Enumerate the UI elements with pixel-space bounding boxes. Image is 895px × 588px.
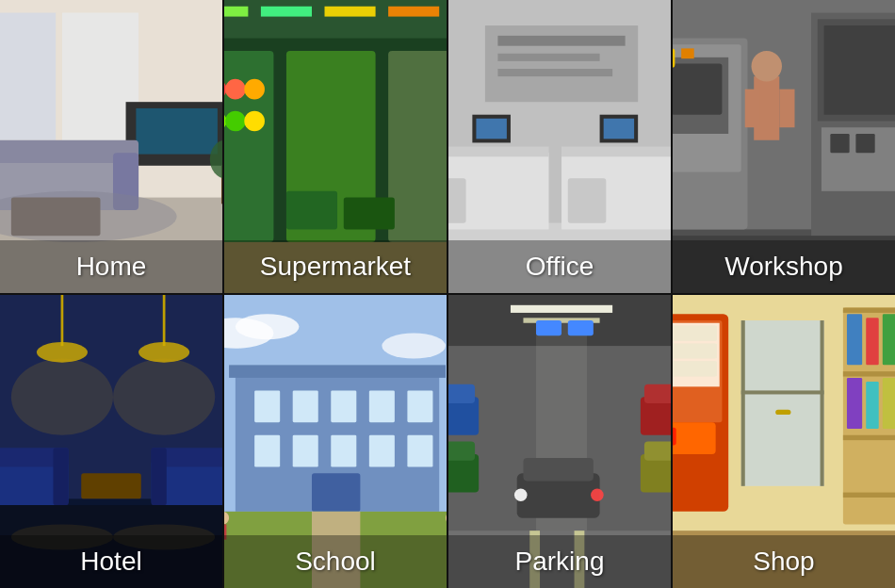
workshop-label: Workshop <box>673 240 895 293</box>
svg-rect-128 <box>644 384 671 403</box>
svg-rect-49 <box>568 178 607 222</box>
svg-rect-60 <box>824 25 895 115</box>
svg-rect-57 <box>681 48 694 58</box>
svg-rect-140 <box>741 320 745 486</box>
svg-rect-103 <box>369 435 395 467</box>
svg-rect-67 <box>779 90 794 128</box>
cell-office[interactable]: Office <box>448 0 671 293</box>
svg-rect-18 <box>261 7 312 17</box>
svg-rect-17 <box>224 7 248 17</box>
svg-point-93 <box>382 334 446 359</box>
svg-rect-98 <box>369 390 395 422</box>
svg-rect-20 <box>388 7 439 17</box>
svg-rect-126 <box>448 442 475 461</box>
svg-rect-16 <box>224 0 447 39</box>
svg-rect-47 <box>604 119 634 139</box>
svg-rect-104 <box>407 435 432 467</box>
home-label: Home <box>0 240 222 293</box>
svg-rect-163 <box>883 378 895 429</box>
svg-rect-43 <box>561 147 671 157</box>
svg-rect-139 <box>741 320 824 486</box>
svg-rect-62 <box>830 134 849 153</box>
svg-rect-95 <box>254 390 280 422</box>
svg-rect-105 <box>312 473 360 512</box>
svg-rect-85 <box>81 473 141 498</box>
svg-rect-162 <box>866 382 879 429</box>
svg-rect-83 <box>152 448 167 505</box>
cell-home[interactable]: Home <box>0 0 222 293</box>
svg-rect-157 <box>847 314 862 365</box>
hotel-label: Hotel <box>0 535 222 588</box>
svg-rect-37 <box>497 54 599 61</box>
svg-rect-36 <box>497 36 625 46</box>
svg-rect-66 <box>745 90 760 128</box>
cell-supermarket[interactable]: Supermarket <box>224 0 447 293</box>
svg-rect-45 <box>476 119 506 139</box>
svg-rect-153 <box>843 308 895 313</box>
cell-school[interactable]: School <box>224 295 447 588</box>
svg-point-26 <box>244 79 265 100</box>
svg-rect-149 <box>673 361 717 376</box>
svg-rect-80 <box>53 448 68 505</box>
svg-rect-143 <box>775 410 790 415</box>
svg-rect-136 <box>568 320 594 335</box>
office-label: Office <box>448 240 671 293</box>
svg-rect-19 <box>325 7 376 17</box>
svg-rect-97 <box>331 390 356 422</box>
svg-rect-141 <box>821 320 824 486</box>
svg-rect-124 <box>448 384 475 403</box>
svg-rect-21 <box>224 51 273 242</box>
supermarket-label: Supermarket <box>224 240 447 293</box>
svg-point-29 <box>244 111 265 132</box>
shop-label: Shop <box>673 535 895 588</box>
svg-rect-155 <box>843 435 895 440</box>
svg-rect-30 <box>286 191 337 230</box>
svg-rect-151 <box>673 428 676 446</box>
svg-rect-63 <box>855 134 874 153</box>
cell-workshop[interactable]: Workshop <box>673 0 895 293</box>
svg-rect-101 <box>293 435 318 467</box>
svg-rect-3 <box>0 13 56 140</box>
svg-rect-135 <box>536 320 561 335</box>
svg-rect-55 <box>673 64 722 115</box>
svg-rect-132 <box>523 458 593 481</box>
svg-rect-41 <box>448 147 549 157</box>
svg-rect-106 <box>229 365 446 378</box>
cell-parking[interactable]: Parking <box>448 295 671 588</box>
svg-point-76 <box>113 359 215 435</box>
svg-rect-142 <box>741 390 824 394</box>
svg-rect-148 <box>673 343 717 358</box>
svg-rect-100 <box>254 435 280 467</box>
svg-rect-31 <box>344 198 395 230</box>
svg-rect-147 <box>673 325 717 340</box>
svg-point-92 <box>236 314 300 339</box>
svg-point-65 <box>752 51 782 81</box>
svg-rect-159 <box>883 314 895 365</box>
svg-rect-130 <box>644 442 671 461</box>
svg-rect-115 <box>511 305 612 313</box>
svg-point-75 <box>11 359 113 435</box>
svg-rect-48 <box>448 178 466 222</box>
svg-rect-158 <box>866 318 879 365</box>
svg-rect-96 <box>293 390 318 422</box>
svg-rect-154 <box>843 371 895 376</box>
school-label: School <box>224 535 447 588</box>
svg-rect-99 <box>407 390 432 422</box>
svg-rect-150 <box>673 422 716 454</box>
svg-rect-156 <box>843 493 895 498</box>
cell-hotel[interactable]: Hotel <box>0 295 222 588</box>
svg-rect-23 <box>388 51 447 242</box>
svg-point-133 <box>514 489 528 502</box>
cell-shop[interactable]: Shop <box>673 295 895 588</box>
svg-rect-6 <box>136 108 218 155</box>
svg-point-25 <box>225 79 246 100</box>
svg-rect-102 <box>331 435 356 467</box>
svg-rect-161 <box>847 378 862 429</box>
svg-rect-38 <box>497 69 612 76</box>
category-grid: Home Supermarke <box>0 0 895 588</box>
parking-label: Parking <box>448 535 671 588</box>
svg-point-134 <box>591 489 604 502</box>
svg-point-28 <box>225 111 246 132</box>
svg-rect-56 <box>673 48 675 67</box>
